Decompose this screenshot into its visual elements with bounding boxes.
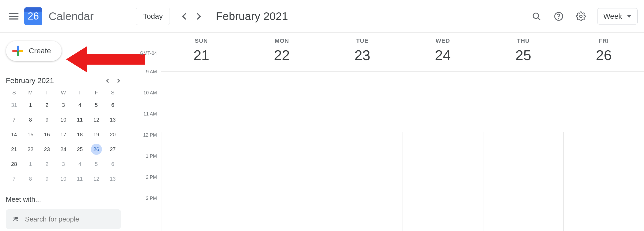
timezone-label: GMT-04 <box>140 51 157 56</box>
mini-day[interactable]: 3 <box>58 158 69 170</box>
view-selector-label: Week <box>603 12 622 21</box>
mini-day[interactable]: 28 <box>8 158 20 170</box>
app-header: 26 Calendar Today February 2021 Week <box>0 0 644 33</box>
gear-icon[interactable] <box>575 11 587 22</box>
day-of-week: WED <box>403 37 483 44</box>
day-column-header[interactable]: FRI26 <box>563 33 644 71</box>
mini-day[interactable]: 5 <box>91 99 102 110</box>
search-people-field[interactable] <box>6 209 121 229</box>
mini-day[interactable]: 3 <box>58 99 69 110</box>
mini-calendar-month: February 2021 <box>6 76 54 85</box>
mini-day[interactable]: 8 <box>25 114 36 125</box>
mini-day[interactable]: 16 <box>41 129 53 140</box>
svg-point-3 <box>558 18 559 19</box>
mini-day[interactable]: 9 <box>41 114 53 125</box>
mini-day[interactable]: 7 <box>8 114 20 125</box>
hours-grid[interactable] <box>161 132 644 231</box>
main-menu-icon[interactable] <box>9 12 18 21</box>
mini-day[interactable]: 9 <box>41 173 53 184</box>
mini-day[interactable]: 22 <box>25 144 36 155</box>
mini-calendar: SMTWTFS311234567891011121314151617181920… <box>6 90 121 184</box>
day-of-week: SUN <box>161 37 242 44</box>
day-number: 21 <box>161 47 242 63</box>
mini-day[interactable]: 24 <box>58 144 69 155</box>
day-column-header[interactable]: SUN21 <box>161 33 242 71</box>
mini-day[interactable]: 15 <box>25 129 36 140</box>
mini-day[interactable]: 13 <box>107 114 118 125</box>
chevron-right-icon[interactable] <box>194 13 201 20</box>
mini-day[interactable]: 6 <box>107 158 118 170</box>
day-headers: SUN21MON22TUE23WED24THU25FRI26 <box>161 33 644 72</box>
mini-dow: T <box>72 90 88 96</box>
day-column-header[interactable]: WED24 <box>403 33 483 71</box>
mini-day[interactable]: 25 <box>74 144 85 155</box>
calendar-logo[interactable]: 26 <box>24 7 42 25</box>
hour-label: 2 PM <box>146 175 157 180</box>
mini-day[interactable]: 4 <box>74 99 85 110</box>
day-number: 24 <box>403 47 483 63</box>
day-column-header[interactable]: TUE23 <box>322 33 403 71</box>
mini-day[interactable]: 17 <box>58 129 69 140</box>
mini-day[interactable]: 10 <box>58 114 69 125</box>
mini-day[interactable]: 5 <box>91 158 102 170</box>
mini-day[interactable]: 18 <box>74 129 85 140</box>
mini-day[interactable]: 12 <box>91 173 102 184</box>
mini-day[interactable]: 11 <box>74 173 85 184</box>
mini-day[interactable]: 20 <box>107 129 118 140</box>
sidebar: Create February 2021 SMTWTFS311234567891… <box>0 33 127 231</box>
mini-day[interactable]: 10 <box>58 173 69 184</box>
mini-day[interactable]: 7 <box>8 173 20 184</box>
mini-day[interactable]: 4 <box>74 158 85 170</box>
day-number: 23 <box>322 47 403 63</box>
mini-day[interactable]: 2 <box>41 158 53 170</box>
mini-day[interactable]: 1 <box>25 99 36 110</box>
time-gutter: GMT-04 9 AM10 AM11 AM12 PM1 PM2 PM3 PM <box>127 33 161 231</box>
mini-day[interactable]: 1 <box>25 158 36 170</box>
mini-day[interactable]: 27 <box>107 144 118 155</box>
plus-icon <box>12 46 23 56</box>
view-selector[interactable]: Week <box>597 8 638 25</box>
day-of-week: TUE <box>322 37 403 44</box>
mini-day[interactable]: 26 <box>91 144 102 155</box>
mini-day[interactable]: 13 <box>107 173 118 184</box>
day-of-week: THU <box>483 37 564 44</box>
chevron-left-icon[interactable] <box>182 13 189 20</box>
svg-line-1 <box>538 18 540 20</box>
svg-point-4 <box>580 15 582 18</box>
day-number: 25 <box>483 47 564 63</box>
search-icon[interactable] <box>531 11 542 22</box>
mini-day[interactable]: 21 <box>8 144 20 155</box>
mini-day[interactable]: 31 <box>8 99 20 110</box>
svg-point-6 <box>14 217 16 219</box>
mini-dow: S <box>105 90 121 96</box>
hour-label: 12 PM <box>143 132 157 138</box>
day-number: 26 <box>563 47 644 63</box>
day-column-header[interactable]: MON22 <box>242 33 322 71</box>
mini-prev-icon[interactable] <box>106 79 110 83</box>
create-button-label: Create <box>29 47 51 55</box>
mini-day[interactable]: 2 <box>41 99 53 110</box>
mini-dow: M <box>22 90 39 96</box>
chevron-down-icon <box>627 15 632 18</box>
mini-day[interactable]: 19 <box>91 129 102 140</box>
mini-day[interactable]: 8 <box>25 173 36 184</box>
day-of-week: FRI <box>563 37 644 44</box>
help-icon[interactable] <box>553 11 564 22</box>
hour-label: 11 AM <box>143 111 157 117</box>
create-button[interactable]: Create <box>6 41 62 61</box>
mini-day[interactable]: 12 <box>91 114 102 125</box>
day-of-week: MON <box>242 37 322 44</box>
mini-day[interactable]: 23 <box>41 144 53 155</box>
day-column-header[interactable]: THU25 <box>483 33 564 71</box>
svg-point-0 <box>533 13 539 18</box>
mini-day[interactable]: 11 <box>74 114 85 125</box>
hour-label: 3 PM <box>146 196 157 201</box>
mini-day[interactable]: 6 <box>107 99 118 110</box>
svg-point-7 <box>16 218 17 219</box>
period-nav <box>183 14 200 19</box>
today-button[interactable]: Today <box>136 8 170 25</box>
meet-with-heading: Meet with... <box>6 195 121 204</box>
mini-day[interactable]: 14 <box>8 129 20 140</box>
search-people-input[interactable] <box>24 215 115 224</box>
mini-next-icon[interactable] <box>116 79 120 83</box>
